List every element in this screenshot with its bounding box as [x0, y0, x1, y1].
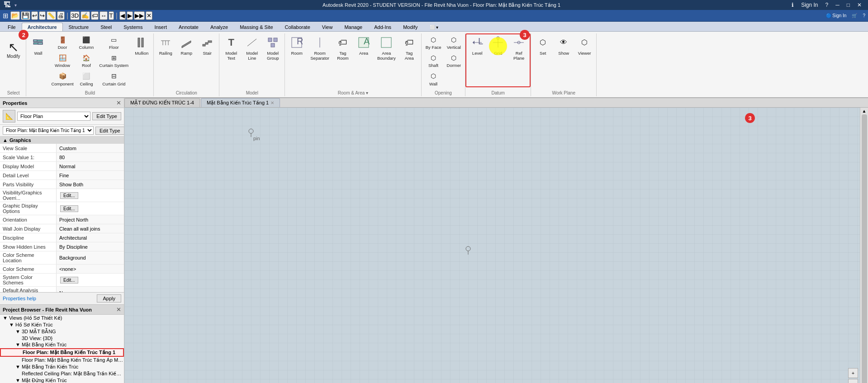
sign-in-btn[interactable]: Sign In	[798, 2, 821, 8]
scroll-up-btn[interactable]: ▲	[862, 109, 867, 113]
pb-tree-item[interactable]: Floor Plan: Mặt Bằng Kiến Trúc Tầng 11	[0, 348, 124, 357]
right-scrollbar[interactable]: ▲ ▼	[860, 108, 868, 383]
curtain-grid-btn[interactable]: ⊟ Curtain Grid	[97, 70, 131, 88]
prop-value[interactable]: Edit...	[57, 189, 124, 202]
model-group-btn[interactable]: ModelGroup	[263, 33, 283, 63]
pb-close-btn[interactable]: ✕	[116, 306, 121, 313]
floor-btn[interactable]: ▭ Floor	[97, 33, 131, 51]
help-icon[interactable]: ?	[863, 13, 865, 18]
qat-back[interactable]: ◀	[119, 11, 126, 20]
level-btn[interactable]: L Level	[467, 33, 487, 57]
ramp-btn[interactable]: Ramp	[176, 33, 196, 57]
pb-tree-item[interactable]: ▼ Mặt Đứng Kiến Trúc	[0, 377, 124, 383]
window-controls[interactable]: ℹ Sign In ? ─ □ ✕	[789, 2, 864, 8]
pb-tree-item[interactable]: ▼ Views (Hồ Sơ Thiết Kế)	[0, 315, 124, 322]
window-info-icon[interactable]: ℹ	[789, 2, 797, 8]
grid-btn[interactable]: Grid	[488, 33, 508, 57]
pb-tree-item[interactable]: ▼ 3D MẶT BẰNG	[0, 328, 124, 335]
minimize-btn[interactable]: ─	[833, 2, 842, 8]
qat-save[interactable]: 💾	[21, 11, 30, 20]
modify-btn[interactable]: ↖ Modify	[3, 33, 24, 66]
tab-addins[interactable]: Add-Ins	[368, 23, 397, 31]
tab-view-ctrl[interactable]: ⬜ ▾	[424, 23, 445, 31]
dormer-btn[interactable]: ⬡ Dormer	[445, 52, 464, 69]
model-line-btn[interactable]: ModelLine	[242, 33, 262, 63]
railing-btn[interactable]: Railing	[156, 33, 175, 57]
qat-open[interactable]: 📂	[10, 11, 20, 20]
qat-annotate[interactable]: ✍	[81, 11, 90, 20]
wall-btn[interactable]: Wall	[28, 33, 48, 57]
view-tab-mat-dung[interactable]: MẶT ĐỨNG KIẾN TRÚC 1-4	[124, 98, 200, 107]
stair-btn[interactable]: Stair	[197, 33, 217, 57]
curtain-system-btn[interactable]: ⊞ Curtain System	[97, 52, 131, 69]
pb-tree-item[interactable]: Floor Plan: Mặt Bằng Kiến Trúc Tầng Áp M…	[0, 357, 124, 364]
qat-dim[interactable]: ↔	[100, 11, 107, 20]
viewer-btn[interactable]: ⬡ Viewer	[574, 33, 594, 57]
maximize-btn[interactable]: □	[844, 2, 853, 8]
tab-collaborate[interactable]: Collaborate	[279, 23, 316, 31]
tab-steel[interactable]: Steel	[95, 23, 118, 31]
component-btn[interactable]: 📦 Component	[49, 70, 76, 88]
apply-btn[interactable]: Apply	[97, 294, 121, 303]
tab-file[interactable]: File	[2, 23, 22, 31]
cart-icon[interactable]: 🛒	[852, 13, 857, 18]
drawing-canvas[interactable]: pin ▲ ▼ ◀ ▶ + −	[124, 108, 868, 383]
qat-close-view[interactable]: ✕	[146, 11, 152, 20]
tab-analyze[interactable]: Analyze	[204, 23, 234, 31]
tag-area-btn[interactable]: 🏷 TagArea	[399, 33, 419, 63]
qat-forward[interactable]: ▶	[127, 11, 133, 20]
roof-btn[interactable]: 🏠 Roof	[77, 52, 96, 69]
show-btn[interactable]: 👁 Show	[554, 33, 574, 57]
mullion-btn[interactable]: Mullion	[132, 33, 152, 57]
by-face-btn[interactable]: ⬡ By Face	[423, 33, 444, 51]
prop-value[interactable]: Edit...	[57, 202, 124, 215]
qat-3d[interactable]: 3D	[70, 11, 80, 20]
set-btn[interactable]: ⬡ Set	[533, 33, 553, 57]
zoom-in-btn[interactable]: +	[848, 368, 858, 378]
ceiling-btn[interactable]: ⬜ Ceiling	[77, 70, 96, 88]
qat-redo[interactable]: ↪	[39, 11, 46, 20]
properties-close-btn[interactable]: ✕	[116, 99, 121, 106]
area-btn[interactable]: Area Area	[354, 33, 374, 57]
tag-room-btn[interactable]: 🏷 TagRoom	[333, 33, 353, 63]
model-text-btn[interactable]: T ModelText	[221, 33, 241, 63]
tab-structure[interactable]: Structure	[63, 23, 95, 31]
pb-tree-item[interactable]: 3D View: {3D}	[0, 335, 124, 341]
properties-help-link[interactable]: Properties help	[3, 296, 36, 301]
pb-tree-item[interactable]: ▼ Hồ Sơ Kiến Trúc	[0, 322, 124, 328]
tab-massing[interactable]: Massing & Site	[234, 23, 279, 31]
tab-manage[interactable]: Manage	[338, 23, 368, 31]
shaft-btn[interactable]: ⬡ Shaft	[423, 52, 444, 69]
wall-opening-btn[interactable]: ⬡ Wall	[423, 70, 444, 88]
tab-systems[interactable]: Systems	[118, 23, 148, 31]
scroll-thumb[interactable]	[862, 114, 867, 383]
qat-measure[interactable]: 📏	[47, 11, 56, 20]
edit-type-btn[interactable]: Edit Type	[92, 112, 121, 120]
help-btn[interactable]: ?	[823, 2, 831, 8]
window-btn[interactable]: 🪟 Window	[49, 52, 76, 69]
sign-in-label[interactable]: 🔵 Sign In	[826, 13, 847, 18]
ref-plane-btn[interactable]: RefPlane	[509, 33, 529, 63]
edit-type-btn-2[interactable]: Edit Type	[95, 127, 124, 135]
qat-print[interactable]: 🖨	[57, 11, 65, 20]
pb-tree-item[interactable]: ▼ Mặt Bằng Kiến Trúc	[0, 341, 124, 348]
prop-edit-btn[interactable]: Edit...	[60, 205, 78, 212]
prop-edit-btn[interactable]: Edit...	[60, 277, 78, 284]
pb-tree-item[interactable]: Reflected Ceiling Plan: Mặt Bằng Trần Ki…	[0, 370, 124, 377]
area-boundary-btn[interactable]: AreaBoundary	[375, 33, 398, 63]
tab-annotate[interactable]: Annotate	[173, 23, 204, 31]
prop-value[interactable]: Edit...	[57, 274, 124, 286]
app-menu-btn[interactable]: ⊞	[3, 12, 9, 20]
door-btn[interactable]: 🚪 Door	[49, 33, 76, 51]
qat-forward2[interactable]: ▶▶	[134, 11, 145, 20]
qat-undo[interactable]: ↩	[31, 11, 38, 20]
tab-insert[interactable]: Insert	[148, 23, 173, 31]
close-btn[interactable]: ✕	[854, 2, 864, 8]
tab-architecture[interactable]: Architecture	[22, 23, 63, 31]
pb-tree-item[interactable]: ▼ Mặt Bằng Trần Kiến Trúc	[0, 364, 124, 370]
tab-view[interactable]: View	[316, 23, 339, 31]
view-tab-mat-bang-tang1[interactable]: Mặt Bằng Kiến Trúc Tầng 1✕	[201, 98, 280, 107]
zoom-out-btn[interactable]: −	[848, 379, 858, 383]
graphics-section-header[interactable]: ▲ Graphics	[0, 137, 124, 144]
room-separator-btn[interactable]: RoomSeparator	[308, 33, 332, 63]
